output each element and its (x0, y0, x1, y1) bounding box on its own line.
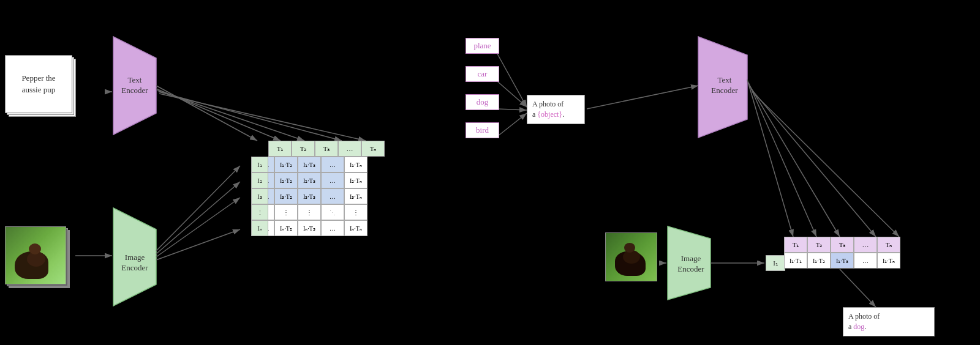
cell-i3t3: I₃·T₃ (298, 188, 321, 204)
svg-line-20 (497, 109, 527, 110)
right-th-tn: Tₙ (877, 237, 900, 253)
text-stack-label: Pepper theaussie pup (21, 73, 55, 95)
svg-text:Image: Image (125, 253, 145, 262)
col-header-t3: T₃ (315, 141, 338, 157)
cell-vd2: ⋮ (274, 204, 298, 220)
cell-vd3: ⋮ (298, 204, 321, 220)
cell-i3t2: I₃·T₂ (274, 188, 298, 204)
cell-i1dots: … (321, 157, 344, 172)
row-header-i2: I₂ (251, 172, 268, 188)
template-text: A photo ofa {object}. (532, 100, 564, 119)
right-cell-i1t3: I₁·T₃ (831, 253, 854, 269)
right-i1-text: I₁ (773, 259, 778, 267)
svg-marker-26 (668, 226, 710, 300)
cell-i1t3: I₁·T₃ (298, 157, 321, 172)
cell-i3tn: I₃·Tₙ (344, 188, 368, 204)
cell-i1t2: I₁·T₂ (274, 157, 298, 172)
right-cell-i1t2: I₁·T₂ (807, 253, 831, 269)
svg-text:Encoder: Encoder (121, 263, 148, 272)
cell-vd5: ⋮ (344, 204, 368, 220)
class-plane-label: plane (473, 41, 491, 50)
matrix-row-1: I₁ I₁·T₁ I₁·T₂ I₁·T₃ … I₁·Tₙ (251, 157, 368, 172)
output-dog-word: dog (853, 322, 864, 331)
svg-line-31 (747, 80, 793, 237)
output-text-box: A photo ofa dog. (843, 307, 935, 336)
right-th-dots: … (854, 237, 877, 253)
right-cell-i1t1: I₁·T₁ (784, 253, 807, 269)
cell-int3: Iₙ·T₃ (298, 220, 321, 236)
right-i1-products: I₁·T₁ I₁·T₂ I₁·T₃ … I₁·Tₙ (784, 253, 900, 269)
template-box: A photo ofa {object}. (527, 95, 585, 124)
class-car: car (466, 66, 499, 82)
class-plane: plane (466, 38, 499, 54)
class-car-label: car (478, 69, 488, 78)
cell-indots: … (321, 220, 344, 236)
cell-intn: Iₙ·Tₙ (344, 220, 368, 236)
right-cell-i1tn: I₁·Tₙ (877, 253, 900, 269)
svg-line-12 (159, 92, 342, 141)
col-header-t1: T₁ (268, 141, 292, 157)
cell-i2dots: … (321, 172, 344, 188)
svg-text:Encoder: Encoder (121, 86, 148, 95)
svg-line-18 (497, 54, 527, 107)
matrix-row-2: I₂ I₂·T₁ I₂·T₂ I₂·T₃ … I₂·Tₙ (251, 172, 368, 188)
output-text-label: A photo ofa dog. (848, 312, 880, 331)
col-header-dots: … (338, 141, 361, 157)
right-image-dog (605, 232, 657, 281)
right-token-headers: T₁ T₂ T₃ … Tₙ (784, 237, 900, 253)
svg-line-16 (156, 198, 240, 257)
svg-line-35 (752, 92, 899, 237)
matrix-row-3: I₃ I₃·T₁ I₃·T₂ I₃·T₃ … I₃·Tₙ (251, 188, 368, 204)
svg-line-34 (751, 89, 876, 237)
cell-i3dots: … (321, 188, 344, 204)
row-header-i3: I₃ (251, 188, 268, 204)
svg-text:Image: Image (681, 254, 701, 263)
svg-line-22 (587, 86, 698, 109)
row-header-i1: I₁ (251, 157, 268, 172)
right-th-t3: T₃ (831, 237, 854, 253)
svg-line-19 (497, 81, 527, 107)
svg-line-14 (156, 166, 240, 251)
col-header-tn: Tₙ (361, 141, 385, 157)
cell-i2tn: I₂·Tₙ (344, 172, 368, 188)
col-header-t2: T₂ (292, 141, 315, 157)
svg-line-17 (156, 229, 240, 260)
cell-vd4: ⋱ (321, 204, 344, 220)
matrix-col-headers: T₁ T₂ T₃ … Tₙ (251, 141, 385, 157)
right-cell-i1dots: … (854, 253, 877, 269)
matrix-row-dots: ⋮ ⋮ ⋮ ⋮ ⋱ ⋮ (251, 204, 368, 220)
svg-line-15 (156, 182, 240, 254)
cell-i2t2: I₂·T₂ (274, 172, 298, 188)
svg-line-33 (750, 86, 840, 237)
svg-line-36 (840, 269, 876, 307)
diagram-container: Text Encoder Image Encoder (0, 0, 980, 345)
cell-i2t3: I₂·T₃ (298, 172, 321, 188)
cell-int2: Iₙ·T₂ (274, 220, 298, 236)
svg-text:Text: Text (128, 75, 142, 84)
svg-line-21 (497, 113, 527, 136)
row-header-vdots: ⋮ (251, 204, 268, 220)
row-header-in: Iₙ (251, 220, 268, 236)
svg-text:Encoder: Encoder (711, 86, 738, 95)
svg-text:Encoder: Encoder (677, 264, 704, 273)
matrix-row-n: Iₙ Iₙ·T₁ Iₙ·T₂ Iₙ·T₃ … Iₙ·Tₙ (251, 220, 368, 236)
right-th-t1: T₁ (784, 237, 807, 253)
right-th-t2: T₂ (807, 237, 831, 253)
class-dog-label: dog (477, 97, 489, 106)
class-bird: bird (466, 122, 499, 138)
right-i1-label: I₁ (766, 255, 785, 271)
cell-i1tn: I₁·Tₙ (344, 157, 368, 172)
class-dog: dog (466, 94, 499, 110)
template-placeholder: {object} (537, 110, 562, 119)
svg-line-9 (156, 86, 257, 141)
svg-text:Text: Text (718, 75, 732, 84)
svg-line-32 (748, 83, 816, 237)
class-bird-label: bird (476, 125, 489, 135)
